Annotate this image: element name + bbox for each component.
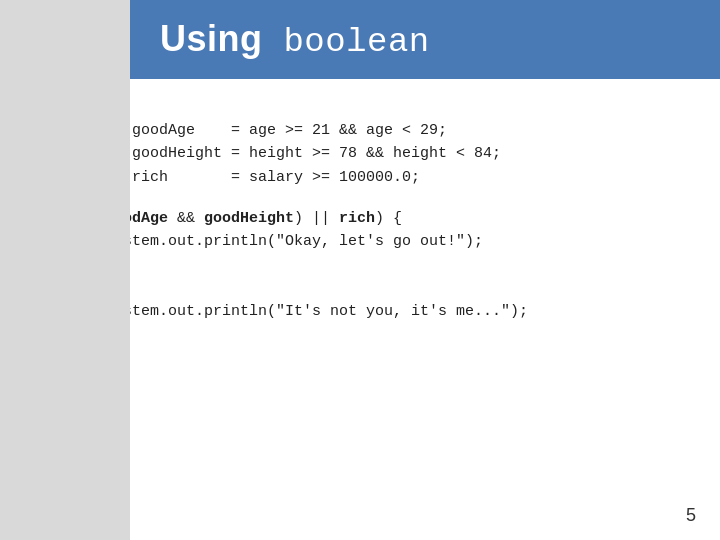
title-using: Using xyxy=(160,18,263,59)
code-declarations: boolean goodAge = age >= 21 && age < 29;… xyxy=(60,119,660,189)
code-if-block: if ((goodAge && goodHeight) || rich) { S… xyxy=(60,207,660,347)
left-decorative-bar xyxy=(0,0,130,540)
title-boolean: boolean xyxy=(263,23,430,61)
code-line8: System.out.println("It's not you, it's m… xyxy=(60,303,528,320)
slide-title: Using boolean xyxy=(160,18,430,61)
page-number: 5 xyxy=(686,505,696,526)
slide: Using boolean boolean goodAge = age >= 2… xyxy=(0,0,720,540)
